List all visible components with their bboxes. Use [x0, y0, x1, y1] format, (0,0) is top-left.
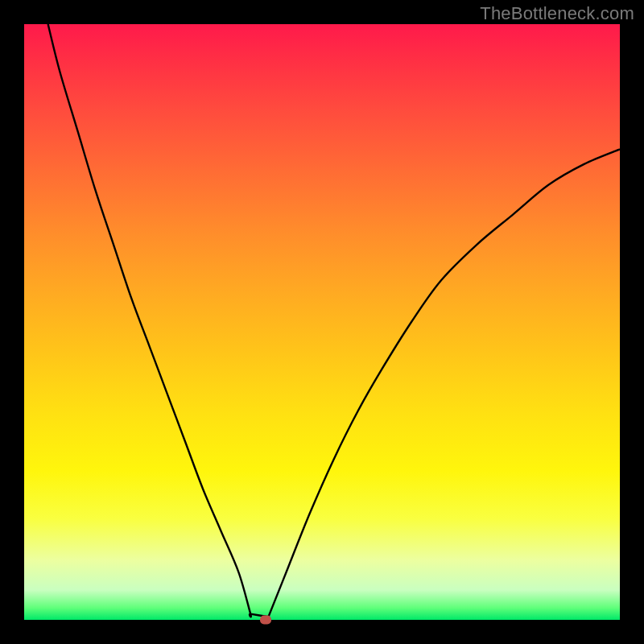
bottleneck-curve: [48, 24, 620, 620]
watermark-text: TheBottleneck.com: [480, 3, 634, 24]
curve-svg: [24, 24, 620, 620]
chart-stage: TheBottleneck.com: [0, 0, 644, 644]
plot-area: [24, 24, 620, 620]
optimum-marker: [260, 616, 271, 625]
